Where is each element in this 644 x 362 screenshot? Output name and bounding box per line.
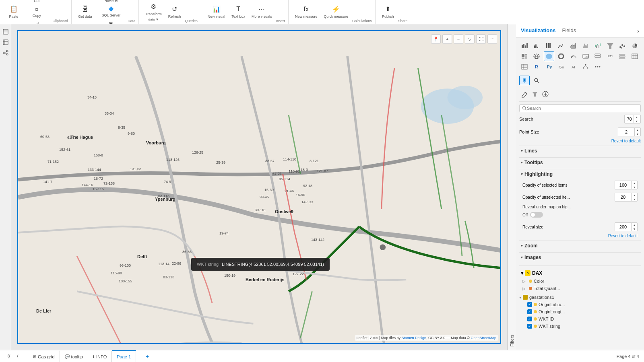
viz-more[interactable]: [592, 62, 603, 72]
viz-gauge[interactable]: [568, 51, 579, 61]
map-zoom-button[interactable]: +: [442, 34, 452, 44]
sidebar-icon-1[interactable]: [1, 27, 10, 36]
sidebar-icon-2[interactable]: [1, 38, 10, 47]
opacity-unselected-value[interactable]: [615, 194, 631, 200]
viz-area-chart[interactable]: [568, 41, 579, 51]
paste-button[interactable]: 📋 Paste: [6, 4, 21, 20]
viz-card[interactable]: 123: [580, 51, 591, 61]
reveal-size-up[interactable]: ▲: [632, 223, 637, 227]
color-field[interactable]: ▷ Color: [519, 278, 641, 285]
add-page-button[interactable]: +: [142, 352, 152, 361]
sql-button[interactable]: 🔷 SQL Server: [96, 5, 126, 19]
revert-default-link-2[interactable]: Revert to default: [519, 233, 641, 239]
viz-waterfall[interactable]: [592, 41, 603, 51]
lines-section-header[interactable]: ▾ Lines: [519, 146, 641, 156]
more-visuals-button[interactable]: ⋯ More visuals: [249, 4, 275, 20]
search-box[interactable]: [519, 104, 641, 112]
refresh-button[interactable]: ↺ Refresh: [166, 4, 184, 20]
viz-map[interactable]: [531, 51, 542, 61]
reveal-map-toggle[interactable]: [530, 212, 543, 218]
map-pin-button[interactable]: 📍: [431, 34, 441, 44]
text-box-button[interactable]: T Text box: [229, 4, 248, 20]
map-focus-button[interactable]: ⛶: [476, 34, 486, 44]
tab-gas-grid[interactable]: ⊞ Gas grid: [28, 350, 60, 362]
new-visual-button[interactable]: 📊 New visual: [205, 4, 228, 20]
revert-default-link[interactable]: Revert to default: [519, 138, 641, 144]
opacity-un-up[interactable]: ▲: [632, 193, 637, 197]
reveal-size-down[interactable]: ▼: [632, 227, 637, 231]
tab-info[interactable]: ℹ INFO: [88, 350, 112, 362]
viz-bar-chart[interactable]: [519, 41, 530, 51]
opacity-up[interactable]: ▲: [632, 181, 637, 185]
panel-expand-icon[interactable]: ›: [637, 28, 639, 34]
map-minus-button[interactable]: −: [454, 34, 463, 44]
viz-ribbon[interactable]: [580, 41, 591, 51]
opacity-down[interactable]: ▼: [632, 185, 637, 189]
viz-kpi[interactable]: KPI: [605, 51, 615, 61]
wkt-id-field[interactable]: ✓ WKT ID: [519, 315, 641, 323]
viz-stacked-bar[interactable]: [531, 41, 542, 51]
wkt-string-checkbox[interactable]: ✓: [527, 324, 532, 329]
origin-long-field[interactable]: ✓ OriginLongi...: [519, 308, 641, 315]
search-number[interactable]: 70 ▲ ▼: [624, 115, 641, 123]
origin-long-checkbox[interactable]: ✓: [527, 309, 532, 314]
reveal-size-value[interactable]: [615, 224, 631, 230]
cut-button[interactable]: ✂ Cut: [23, 0, 51, 4]
copy-button[interactable]: ⧉ Copy: [23, 5, 51, 19]
tab-tooltip[interactable]: 💬 tooltip: [60, 350, 88, 362]
highlighting-section-header[interactable]: ▾ Highlighting: [519, 169, 641, 179]
spin-up[interactable]: ▲: [634, 115, 640, 119]
viz-decomp[interactable]: [580, 62, 591, 72]
viz-line-chart[interactable]: [556, 41, 566, 51]
publish-button[interactable]: ⬆ Publish: [380, 4, 396, 20]
fields-tab[interactable]: Fields: [562, 27, 576, 34]
viz-scatter[interactable]: [617, 41, 627, 51]
tooltips-section-header[interactable]: ▾ Tooltips: [519, 157, 641, 167]
reveal-size-input[interactable]: ▲ ▼: [615, 222, 638, 231]
origin-lat-field[interactable]: ✓ OriginLatitu...: [519, 301, 641, 308]
viz-python[interactable]: Py: [544, 62, 554, 72]
viz-slicer[interactable]: [617, 51, 627, 61]
viz-r-visual[interactable]: R: [531, 62, 542, 72]
search-input[interactable]: [527, 106, 638, 111]
images-section-header[interactable]: ▾ Images: [519, 252, 641, 262]
quick-measure-button[interactable]: ⚡ Quick measure: [321, 4, 351, 20]
dax-expand[interactable]: ▾: [521, 270, 523, 276]
viz-search-icon[interactable]: [531, 76, 542, 85]
total-quant-field[interactable]: ▷ Total Quant...: [519, 285, 641, 292]
point-size-down[interactable]: ▼: [635, 132, 640, 136]
wkt-id-checkbox[interactable]: ✓: [527, 317, 532, 321]
format-icon-filter[interactable]: [530, 89, 540, 99]
new-measure-button[interactable]: fx New measure: [293, 4, 320, 20]
viz-donut[interactable]: [556, 51, 566, 61]
spin-down[interactable]: ▼: [634, 119, 640, 123]
filters-tab[interactable]: Filters: [508, 24, 516, 350]
point-size-value[interactable]: [618, 129, 634, 135]
tab-page1[interactable]: Page 1: [112, 350, 136, 362]
map-visual[interactable]: The Hague Voorburg Ypenburg Delft Oostwe…: [17, 30, 501, 344]
sidebar-icon-3[interactable]: [1, 48, 10, 57]
viz-ai[interactable]: AI: [568, 62, 579, 72]
point-size-input[interactable]: ▲ ▼: [618, 128, 641, 136]
viz-matrix[interactable]: [519, 62, 530, 72]
transform-button[interactable]: ⚙ Transform data ▼: [143, 1, 164, 23]
viz-treemap[interactable]: [519, 51, 530, 61]
zoom-section-header[interactable]: ▾ Zoom: [519, 241, 641, 251]
viz-qna[interactable]: Q&A: [556, 62, 566, 72]
wkt-string-field[interactable]: ✓ WKT string: [519, 323, 641, 330]
format-icon-paint[interactable]: [519, 89, 530, 99]
format-icon-add[interactable]: [540, 89, 551, 99]
viz-filled-map[interactable]: [544, 51, 554, 61]
origin-lat-checkbox[interactable]: ✓: [527, 302, 532, 307]
powerbi-button[interactable]: ⬛ Power BI: [96, 0, 126, 4]
opacity-unselected-input[interactable]: ▲ ▼: [615, 193, 638, 202]
opacity-selected-input[interactable]: ▲ ▼: [615, 181, 638, 189]
point-size-up[interactable]: ▲: [635, 128, 640, 132]
viz-map-icon-active[interactable]: [519, 76, 530, 85]
viz-pie[interactable]: [630, 41, 640, 51]
map-more-button[interactable]: ⋯: [487, 34, 497, 44]
opacity-un-down[interactable]: ▼: [632, 197, 637, 201]
viz-100-bar[interactable]: [544, 41, 554, 51]
prev-page-start-btn[interactable]: ⟨⟨: [5, 352, 13, 360]
visualizations-tab[interactable]: Visualizations: [521, 27, 555, 34]
